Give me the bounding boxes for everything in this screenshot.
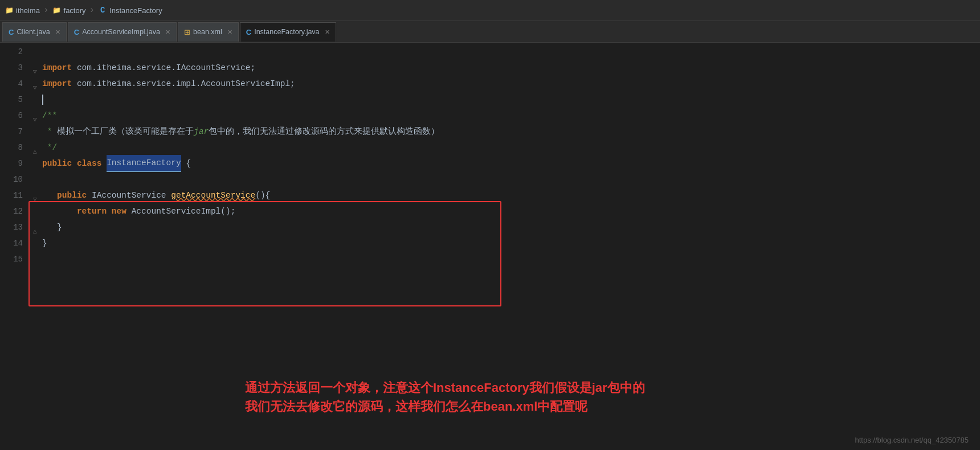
class-icon: C: [98, 6, 107, 15]
line-num-8: 8: [0, 140, 23, 156]
line-num-2: 2: [0, 44, 23, 60]
line-num-14: 14: [0, 235, 23, 251]
tab-instancefactory[interactable]: C InstanceFactory.java ✕: [240, 22, 336, 42]
watermark: https://blog.csdn.net/qq_42350785: [855, 436, 969, 444]
type-iaccountservice: IAccountService: [92, 187, 166, 203]
code-line-12: return new AccountServiceImpl ();: [33, 203, 980, 219]
code-line-13: △ }: [33, 219, 980, 235]
code-line-2: [33, 44, 980, 60]
method-getaccountservice: getAccountService: [171, 187, 255, 203]
line-num-13: 13: [0, 219, 23, 235]
annotation-text: 通过方法返回一个对象，注意这个InstanceFactory我们假设是jar包中…: [245, 378, 645, 416]
tab-accountserviceimpl[interactable]: C AccountServiceImpl.java ✕: [68, 22, 177, 42]
java-icon-2: C: [74, 28, 79, 36]
line-numbers: 2 3 4 5 6 7 8 9 10 11 12 13 14 15: [0, 43, 28, 450]
kw-class-9: class: [77, 156, 102, 171]
javadoc-star: *: [42, 124, 57, 140]
kw-new: new: [112, 203, 126, 219]
javadoc-close: */: [42, 140, 57, 156]
tab-beanxml-close[interactable]: ✕: [227, 28, 232, 36]
type-accountserviceimpl: AccountServiceImpl: [132, 203, 221, 219]
kw-return: return: [77, 203, 107, 219]
code-line-6: ▽ /**: [33, 108, 980, 124]
kw-import-4: import: [42, 76, 72, 92]
fold-icon-3[interactable]: ▽: [33, 64, 41, 72]
tab-accountserviceimpl-close[interactable]: ✕: [165, 28, 170, 36]
java-icon-3: C: [246, 28, 251, 36]
breadcrumb-instancefactory: InstanceFactory: [109, 6, 162, 15]
tab-accountserviceimpl-label: AccountServiceImpl.java: [82, 28, 160, 36]
line-num-7: 7: [0, 124, 23, 140]
code-line-11: ▽ public IAccountService getAccountServi…: [33, 187, 980, 203]
package-4: com.itheima.service.impl.AccountServiceI…: [77, 76, 290, 92]
code-line-8: △ */: [33, 140, 980, 156]
code-line-3: ▽ import com.itheima.service.IAccountSer…: [33, 60, 980, 76]
annotation-line1: 通过方法返回一个对象，注意这个InstanceFactory我们假设是jar包中…: [245, 378, 645, 397]
code-line-14: }: [33, 235, 980, 251]
javadoc-jar: jar: [194, 124, 209, 140]
fold-icon-6[interactable]: ▽: [33, 112, 41, 120]
code-line-7: * 模拟一个工厂类（该类可能是存在于 jar 包中的，我们无法通过修改源码的方式…: [33, 124, 980, 140]
line-num-5: 5: [0, 92, 23, 108]
fold-icon-4[interactable]: ▽: [33, 80, 41, 88]
code-line-15: [33, 251, 980, 267]
annotation-line2: 我们无法去修改它的源码，这样我们怎么在bean.xml中配置呢: [245, 397, 645, 416]
line-num-11: 11: [0, 187, 23, 203]
code-line-5: [33, 92, 980, 108]
line-num-15: 15: [0, 251, 23, 267]
line-num-10: 10: [0, 171, 23, 187]
tab-client[interactable]: C Client.java ✕: [2, 22, 67, 42]
text-cursor: [42, 95, 43, 105]
breadcrumb-factory: factory: [64, 6, 86, 15]
kw-import-3: import: [42, 60, 72, 76]
line-num-4: 4: [0, 76, 23, 92]
package-3: com.itheima.service.IAccountService: [77, 60, 251, 76]
folder-icon-2: 📁: [52, 6, 62, 15]
code-line-9: public class InstanceFactory {: [33, 156, 980, 171]
tab-client-label: Client.java: [17, 28, 50, 36]
java-icon: C: [9, 28, 14, 36]
tab-instancefactory-label: InstanceFactory.java: [254, 28, 319, 36]
title-bar: 📁 itheima › 📁 factory › C InstanceFactor…: [0, 0, 980, 21]
tab-instancefactory-close[interactable]: ✕: [325, 28, 330, 36]
javadoc-open: /**: [42, 108, 57, 124]
fold-icon-13[interactable]: △: [33, 223, 41, 231]
folder-icon-1: 📁: [5, 6, 14, 15]
tab-beanxml-label: bean.xml: [193, 28, 222, 36]
line-num-6: 6: [0, 108, 23, 124]
code-line-10: [33, 171, 980, 187]
tab-beanxml[interactable]: ⊞ bean.xml ✕: [178, 22, 239, 42]
kw-public-11: public: [57, 187, 87, 203]
editor: 2 3 4 5 6 7 8 9 10 11 12 13 14 15 ▽ impo…: [0, 43, 980, 450]
line-num-3: 3: [0, 60, 23, 76]
kw-public-9: public: [42, 156, 72, 171]
breadcrumb-itheima: itheima: [16, 6, 40, 15]
xml-icon: ⊞: [184, 28, 190, 36]
line-num-12: 12: [0, 203, 23, 219]
code-content[interactable]: ▽ import com.itheima.service.IAccountSer…: [28, 43, 980, 450]
tab-client-close[interactable]: ✕: [55, 28, 60, 36]
line-num-9: 9: [0, 156, 23, 171]
fold-icon-8[interactable]: △: [33, 144, 41, 152]
tab-bar: C Client.java ✕ C AccountServiceImpl.jav…: [0, 21, 980, 43]
code-line-4: ▽ import com.itheima.service.impl.Accoun…: [33, 76, 980, 92]
class-instancefactory: InstanceFactory: [107, 155, 181, 172]
fold-icon-11[interactable]: ▽: [33, 191, 41, 199]
